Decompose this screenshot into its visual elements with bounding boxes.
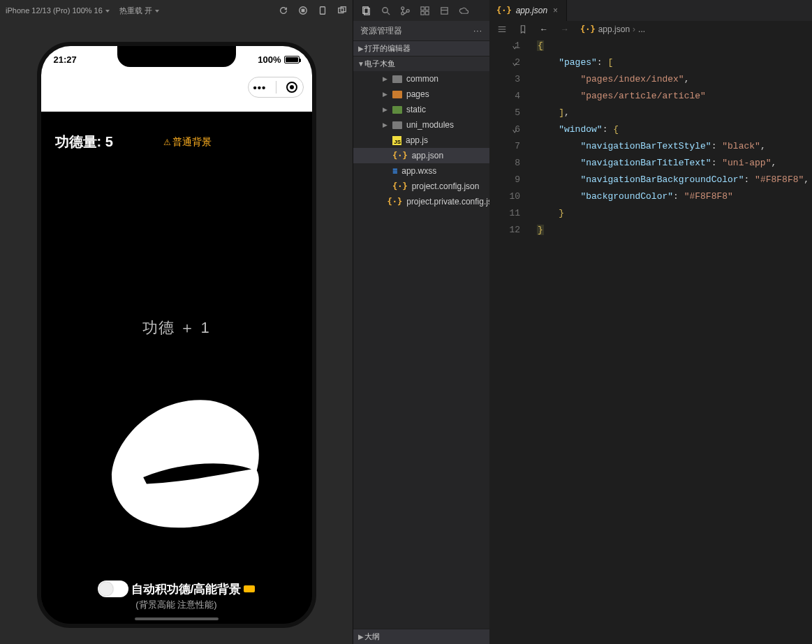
file-item[interactable]: JSapp.js	[353, 133, 489, 148]
cloud-icon[interactable]	[458, 5, 469, 16]
device-select[interactable]: iPhone 12/13 (Pro) 100% 16	[6, 6, 110, 15]
search-icon[interactable]	[380, 5, 391, 16]
outline-section[interactable]: ▶ 大纲	[353, 629, 489, 644]
line-number: 9	[489, 172, 520, 188]
stop-icon[interactable]	[298, 6, 308, 15]
file-item[interactable]: {·}project.private.config.js...	[353, 194, 489, 209]
list-icon[interactable]	[496, 24, 508, 35]
code-line[interactable]: {	[537, 38, 812, 54]
svg-point-8	[401, 6, 404, 9]
phone-frame: 21:27 100% ••• 功德量: 5 ⚠ 普通背景	[37, 42, 316, 628]
code-line[interactable]: "pages": [	[537, 54, 812, 71]
folder-item[interactable]: ▶common	[353, 71, 489, 87]
line-number: 4	[489, 88, 520, 105]
refresh-icon[interactable]	[279, 6, 288, 15]
code-line[interactable]: "pages/index/index",	[537, 71, 812, 88]
chevron-right-icon: ▶	[357, 45, 364, 52]
fold-icon[interactable]: ⌄	[512, 121, 517, 138]
auto-merit-note: (背景高能 注意性能)	[135, 599, 216, 611]
code-line[interactable]: "navigationBarTextStyle": "black",	[537, 138, 812, 155]
tree-item-label: app.js	[406, 135, 428, 145]
bg-mode-button[interactable]: ⚠ 普通背景	[163, 136, 212, 149]
file-tree: ▶common▶pages▶static▶uni_modules JSapp.j…	[353, 71, 489, 209]
line-number: 10	[489, 188, 520, 205]
back-icon[interactable]: ←	[538, 24, 549, 35]
forward-icon[interactable]: →	[559, 24, 570, 35]
bookmark-icon[interactable]	[517, 24, 529, 35]
chevron-down-icon: ▼	[357, 60, 364, 68]
power-badge-icon	[244, 585, 255, 592]
battery-icon	[284, 56, 300, 63]
files-icon[interactable]	[360, 5, 371, 16]
svg-rect-1	[302, 9, 304, 12]
fold-icon[interactable]: ⌄	[512, 54, 517, 71]
fold-icon[interactable]: ⌄	[512, 38, 517, 54]
tree-item-label: common	[406, 74, 438, 84]
json-file-icon: {·}	[580, 24, 596, 34]
home-indicator[interactable]	[135, 617, 219, 620]
status-battery-text: 100%	[258, 54, 281, 65]
phone-notch	[117, 46, 236, 67]
folder-item[interactable]: ▶uni_modules	[353, 117, 489, 133]
miniprogram-capsule[interactable]: •••	[248, 77, 304, 98]
wxss-file-icon: ≡	[392, 166, 397, 176]
folder-item[interactable]: ▶pages	[353, 87, 489, 102]
svg-rect-15	[441, 7, 447, 13]
wooden-fish-icon[interactable]	[82, 384, 271, 537]
rotate-icon[interactable]	[318, 6, 327, 15]
line-number: 3	[489, 71, 520, 88]
project-section[interactable]: ▼ 电子木鱼	[353, 56, 489, 71]
editor-breadcrumb-bar: ← → {·} app.json › ...	[489, 21, 812, 38]
js-file-icon: JS	[392, 136, 401, 145]
code-line[interactable]: "window": {	[537, 121, 812, 138]
tree-item-label: project.private.config.js...	[406, 197, 489, 207]
app-screen: 功德量: 5 ⚠ 普通背景 功德 ＋ 1 自动	[41, 112, 312, 624]
folder-icon	[392, 121, 402, 129]
tree-item-label: static	[406, 105, 426, 114]
json-file-icon: {·}	[496, 6, 512, 15]
editor-tab-bar: {·} app.json ×	[489, 0, 812, 21]
capsule-close-icon[interactable]	[286, 82, 297, 93]
breadcrumb[interactable]: {·} app.json › ...	[580, 24, 645, 34]
file-item[interactable]: {·}project.config.json	[353, 179, 489, 194]
code-line[interactable]: "pages/article/article"	[537, 88, 812, 105]
explorer-panel: 资源管理器 ··· ▶ 打开的编辑器 ▼ 电子木鱼 ▶common▶pages▶…	[353, 0, 489, 644]
file-item[interactable]: ≡app.wxss	[353, 163, 489, 179]
json-file-icon: {·}	[392, 181, 408, 191]
svg-rect-12	[425, 6, 429, 10]
code-line[interactable]: ],	[537, 105, 812, 121]
code-line[interactable]: }	[537, 205, 812, 222]
folder-item[interactable]: ▶static	[353, 102, 489, 117]
code-line[interactable]: "navigationBarTitleText": "uni-app",	[537, 155, 812, 172]
svg-point-9	[401, 12, 404, 15]
editor-tab-label: app.json	[516, 6, 547, 15]
svg-rect-11	[420, 6, 424, 10]
auto-merit-switch[interactable]	[98, 581, 128, 597]
extensions-icon[interactable]	[419, 5, 430, 16]
open-editors-section[interactable]: ▶ 打开的编辑器	[353, 40, 489, 56]
code-editor[interactable]: 1⌄2⌄3456⌄789101112 { "pages": [ "pages/i…	[489, 38, 812, 644]
line-number: 7	[489, 138, 520, 155]
svg-rect-14	[425, 11, 429, 15]
source-control-icon[interactable]	[399, 5, 411, 16]
hot-reload-toggle[interactable]: 热重载 开	[119, 6, 159, 16]
merit-float-text: 功德 ＋ 1	[41, 317, 312, 338]
line-number: 5	[489, 105, 520, 121]
capsule-menu-icon[interactable]: •••	[253, 82, 267, 93]
editor-tab[interactable]: {·} app.json ×	[489, 0, 567, 21]
code-line[interactable]: "backgroundColor": "#F8F8F8"	[537, 188, 812, 205]
popout-icon[interactable]	[337, 6, 347, 15]
tree-item-label: app.json	[412, 151, 443, 160]
explorer-header: 资源管理器 ···	[353, 21, 489, 40]
explorer-more-button[interactable]: ···	[473, 26, 482, 36]
code-line[interactable]: }	[537, 222, 812, 239]
file-item[interactable]: {·}app.json	[353, 148, 489, 163]
line-number: 8	[489, 155, 520, 172]
code-line[interactable]: "navigationBarBackgroundColor": "#F8F8F8…	[537, 172, 812, 188]
close-icon[interactable]: ×	[552, 6, 559, 15]
line-number: 12	[489, 222, 520, 239]
simulator-toolbar: iPhone 12/13 (Pro) 100% 16 热重载 开	[0, 0, 353, 21]
tree-item-label: uni_modules	[406, 120, 454, 130]
debug-icon[interactable]	[438, 5, 450, 16]
simulator-panel: iPhone 12/13 (Pro) 100% 16 热重载 开 21:27 1…	[0, 0, 353, 644]
